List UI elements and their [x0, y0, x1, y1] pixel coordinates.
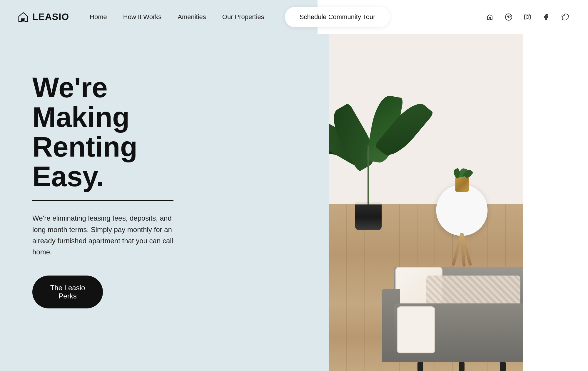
nav-link-our-properties[interactable]: Our Properties — [222, 13, 264, 21]
nav-item-home[interactable]: Home — [90, 13, 107, 21]
sofa-leg-2 — [459, 362, 465, 371]
schedule-tour-button[interactable]: Schedule Community Tour — [285, 7, 390, 27]
twitter-icon[interactable] — [560, 12, 570, 22]
home-icon — [18, 11, 29, 23]
svg-point-4 — [529, 15, 530, 16]
hero-headline: We're Making Renting Easy. — [32, 73, 206, 191]
hero-subtitle: We're eliminating leasing fees, deposits… — [32, 213, 173, 258]
room-image-panel — [329, 0, 523, 371]
headline-line2: Renting Easy. — [32, 131, 137, 192]
instagram-icon[interactable] — [522, 12, 533, 22]
sofa-leg-3 — [500, 362, 506, 371]
navbar-left: LEASIO Home How It Works Amenities Our P… — [18, 7, 390, 27]
svg-point-3 — [526, 16, 529, 19]
headline-line1: We're Making — [32, 72, 130, 133]
brand-name: LEASIO — [32, 11, 69, 22]
hero-divider — [32, 200, 173, 201]
nav-link-how-it-works[interactable]: How It Works — [123, 13, 161, 21]
hero-section: We're Making Renting Easy. We're elimina… — [0, 0, 329, 371]
nav-link-home[interactable]: Home — [90, 13, 107, 21]
sofa-back — [394, 267, 523, 305]
nav-item-how-it-works[interactable]: How It Works — [123, 13, 161, 21]
nav-link-amenities[interactable]: Amenities — [178, 13, 206, 21]
nav-item-our-properties[interactable]: Our Properties — [222, 13, 264, 21]
table-top — [436, 184, 488, 236]
nav-item-amenities[interactable]: Amenities — [178, 13, 206, 21]
large-plant-pot — [355, 202, 382, 230]
houzz-icon[interactable] — [485, 12, 495, 22]
sofa-seat — [394, 303, 523, 362]
perks-button[interactable]: The Leasio Perks — [32, 276, 103, 308]
small-plant-pot — [455, 177, 469, 192]
sofa-pillow — [397, 306, 435, 353]
svg-rect-0 — [22, 19, 24, 21]
main-wrapper: We're Making Renting Easy. We're elimina… — [0, 0, 588, 371]
nav-links: Home How It Works Amenities Our Properti… — [90, 13, 264, 21]
large-plant — [339, 83, 398, 230]
sofa-legs — [400, 361, 523, 371]
facebook-icon[interactable] — [541, 12, 552, 22]
hero-content: We're Making Renting Easy. We're elimina… — [0, 34, 206, 371]
social-icons — [485, 12, 570, 22]
navbar: LEASIO Home How It Works Amenities Our P… — [0, 0, 588, 34]
side-table — [435, 184, 488, 237]
logo[interactable]: LEASIO — [18, 11, 69, 23]
sofa — [382, 259, 523, 371]
sofa-leg-1 — [417, 362, 423, 371]
far-right-white-panel — [523, 0, 588, 371]
pinterest-icon[interactable] — [503, 12, 514, 22]
